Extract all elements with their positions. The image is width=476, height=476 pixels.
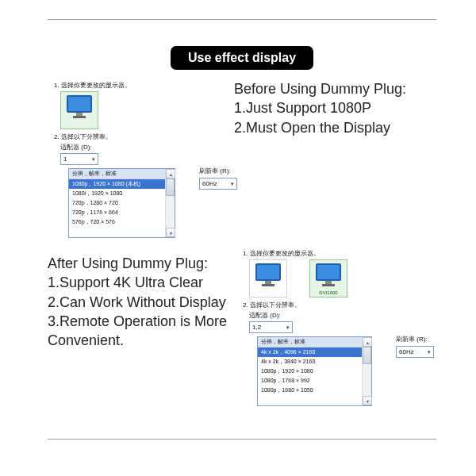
list-item[interactable]: 4k x 2k，3840 × 2160 <box>258 357 371 367</box>
scroll-thumb[interactable] <box>166 178 175 196</box>
step2-label: 2. 选择以下分辨率。 <box>243 301 435 309</box>
list-item[interactable]: 1080p，1920 × 1080 (本机) <box>69 179 175 189</box>
before-caption: Before Using Dummy Plug: 1.Just Support … <box>234 79 440 137</box>
refresh-label: 刷新率 (R): <box>396 335 434 344</box>
chevron-down-icon: ▾ <box>428 349 431 355</box>
adapter-combo[interactable]: 1 ▾ <box>60 153 98 165</box>
before-dialog: 1. 选择你要更改的显示器。 2. 选择以下分辨率。 适配器 (D): 1 ▾ … <box>52 78 214 251</box>
svg-rect-1 <box>68 97 90 111</box>
monitor-thumb-1[interactable] <box>60 91 98 129</box>
step1-label: 1. 选择你要更改的显示器。 <box>54 81 213 90</box>
adapter-value: 1 <box>63 155 67 163</box>
monitor-thumb-1[interactable] <box>249 259 287 298</box>
chevron-down-icon: ▾ <box>92 156 95 163</box>
scroll-down-button[interactable]: ▾ <box>166 228 175 237</box>
scroll-up-button[interactable]: ▴ <box>363 337 372 347</box>
divider-bottom <box>48 439 436 440</box>
refresh-combo[interactable]: 60Hz ▾ <box>199 178 237 190</box>
step1-label: 1. 选择你要更改的显示器。 <box>243 249 435 258</box>
step2-label: 2. 选择以下分辨率。 <box>54 132 213 141</box>
svg-rect-7 <box>262 284 274 286</box>
monitor-caption: DVI1000 <box>319 290 337 295</box>
monitor-icon <box>65 94 94 121</box>
refresh-combo[interactable]: 60Hz ▾ <box>396 346 434 358</box>
after-dialog: 1. 选择你要更改的显示器。 DVI1000 2. 选择以下分辨率。 适配器 (… <box>240 246 436 430</box>
scrollbar[interactable]: ▴ ▾ <box>165 169 175 237</box>
resolution-listbox[interactable]: 分辨，帧率，标准 1080p，1920 × 1080 (本机) 1080i，19… <box>68 168 175 238</box>
refresh-value: 60Hz <box>399 348 414 355</box>
list-item[interactable]: 4k x 2k，4096 × 2160 <box>258 347 371 357</box>
adapter-label: 适配器 (D): <box>60 143 100 152</box>
divider-top <box>48 19 436 20</box>
scroll-up-button[interactable]: ▴ <box>166 169 175 178</box>
resolution-listbox[interactable]: 分辨，帧率，标准 4k x 2k，4096 × 2160 4k x 2k，384… <box>257 336 372 406</box>
refresh-value: 60Hz <box>202 180 217 187</box>
adapter-label: 适配器 (D): <box>249 311 289 320</box>
list-item[interactable]: 1080p，1920 × 1080 <box>258 367 371 376</box>
svg-rect-6 <box>265 281 271 284</box>
monitor-icon <box>314 262 343 289</box>
monitor-icon <box>254 262 282 289</box>
list-item[interactable]: 720p，1176 × 664 <box>69 208 175 217</box>
after-caption: After Using Dummy Plug: 1.Support 4K Ult… <box>48 254 230 350</box>
list-item[interactable]: 1080p，1768 × 992 <box>258 376 371 386</box>
svg-rect-10 <box>325 281 332 284</box>
scrollbar[interactable]: ▴ ▾ <box>362 337 371 405</box>
svg-rect-2 <box>76 113 83 116</box>
list-item[interactable]: 576p，720 × 576 <box>69 217 175 227</box>
listbox-header: 分辨，帧率，标准 <box>69 169 175 179</box>
list-item[interactable]: 1080p，1680 × 1050 <box>258 386 371 395</box>
chevron-down-icon: ▾ <box>231 181 234 187</box>
scroll-thumb[interactable] <box>363 347 371 364</box>
chevron-down-icon: ▾ <box>286 324 290 331</box>
svg-rect-11 <box>322 284 335 286</box>
section-banner: Use effect display <box>171 46 313 70</box>
svg-rect-5 <box>257 265 279 279</box>
list-item[interactable]: 1080i，1920 × 1080 <box>69 189 175 198</box>
list-item[interactable]: 720p，1280 × 720 <box>69 198 175 208</box>
adapter-value: 1,2 <box>252 324 261 331</box>
refresh-label: 刷新率 (R): <box>199 167 237 175</box>
monitor-thumb-2[interactable]: DVI1000 <box>309 259 347 298</box>
listbox-header: 分辨，帧率，标准 <box>258 337 371 347</box>
scroll-down-button[interactable]: ▾ <box>363 396 372 405</box>
adapter-combo[interactable]: 1,2 ▾ <box>249 321 293 333</box>
svg-rect-3 <box>73 116 86 118</box>
svg-rect-9 <box>317 265 340 279</box>
